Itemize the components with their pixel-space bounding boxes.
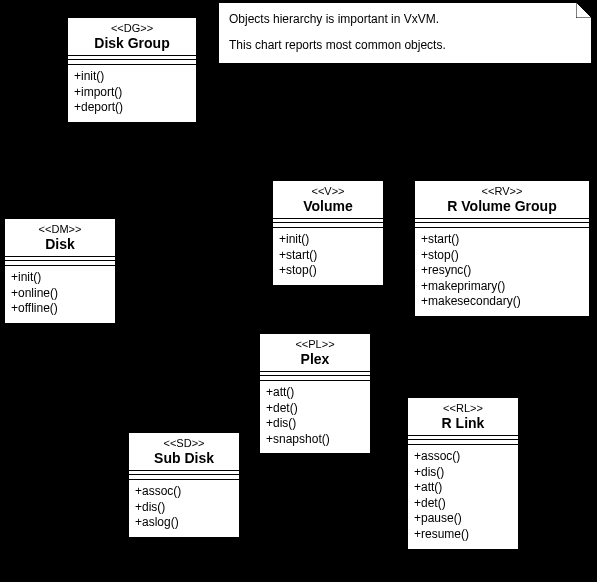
operations: +init() +start() +stop() bbox=[273, 228, 383, 285]
class-name: R Volume Group bbox=[421, 197, 583, 214]
class-r-link: <<RL>> R Link +assoc() +dis() +att() +de… bbox=[407, 397, 519, 550]
operations: +init() +import() +deport() bbox=[68, 65, 196, 122]
stereotype: <<DM>> bbox=[11, 223, 109, 235]
stereotype: <<SD>> bbox=[135, 437, 233, 449]
stereotype: <<PL>> bbox=[266, 338, 364, 350]
class-volume: <<V>> Volume +init() +start() +stop() bbox=[272, 180, 384, 286]
diagram-note: Objects hierarchy is important in VxVM. … bbox=[218, 2, 592, 64]
class-disk-group: <<DG>> Disk Group +init() +import() +dep… bbox=[67, 17, 197, 123]
class-name: Disk Group bbox=[74, 34, 190, 51]
class-r-volume-group: <<RV>> R Volume Group +start() +stop() +… bbox=[414, 180, 590, 317]
operations: +init() +online() +offline() bbox=[5, 266, 115, 323]
class-name: Disk bbox=[11, 235, 109, 252]
note-fold-icon bbox=[576, 2, 592, 18]
class-name: Sub Disk bbox=[135, 449, 233, 466]
operations: +assoc() +dis() +att() +det() +pause() +… bbox=[408, 445, 518, 549]
class-name: Plex bbox=[266, 350, 364, 367]
class-name: Volume bbox=[279, 197, 377, 214]
class-plex: <<PL>> Plex +att() +det() +dis() +snapsh… bbox=[259, 333, 371, 454]
stereotype: <<DG>> bbox=[74, 22, 190, 34]
operations: +att() +det() +dis() +snapshot() bbox=[260, 381, 370, 453]
class-name: R Link bbox=[414, 414, 512, 431]
class-sub-disk: <<SD>> Sub Disk +assoc() +dis() +aslog() bbox=[128, 432, 240, 538]
stereotype: <<RL>> bbox=[414, 402, 512, 414]
stereotype: <<V>> bbox=[279, 185, 377, 197]
stereotype: <<RV>> bbox=[421, 185, 583, 197]
class-disk: <<DM>> Disk +init() +online() +offline() bbox=[4, 218, 116, 324]
operations: +start() +stop() +resync() +makeprimary(… bbox=[415, 228, 589, 316]
note-line-2: This chart reports most common objects. bbox=[229, 37, 581, 53]
note-line-1: Objects hierarchy is important in VxVM. bbox=[229, 11, 581, 27]
operations: +assoc() +dis() +aslog() bbox=[129, 480, 239, 537]
